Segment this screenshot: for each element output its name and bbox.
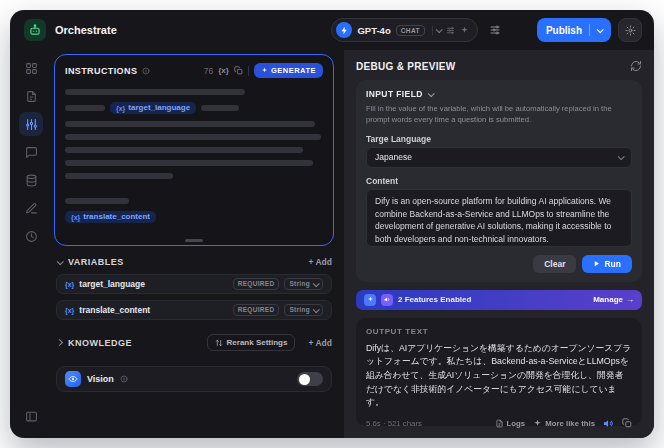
run-label: Run xyxy=(604,259,621,269)
more-like-this-label: More like this xyxy=(545,419,595,428)
features-enabled-bar: 2 Features Enabled Manage → xyxy=(356,290,642,310)
input-field-description: Fill in the value of the variable, which… xyxy=(366,103,632,126)
knowledge-header[interactable]: KNOWLEDGE Rerank Settings + Add xyxy=(56,334,332,351)
arrow-right-icon: → xyxy=(626,295,634,304)
more-like-this-button[interactable]: More like this xyxy=(533,419,595,428)
instructions-title: INSTRUCTIONS xyxy=(65,66,137,76)
chevron-down-icon xyxy=(427,90,434,97)
copy-prompt-button[interactable] xyxy=(234,66,243,75)
copy-output-button[interactable] xyxy=(622,418,632,428)
input-field-card: INPUT FIELD Fill in the value of the var… xyxy=(356,80,642,282)
speaker-icon xyxy=(603,418,614,429)
text-to-speech-button[interactable] xyxy=(603,418,614,429)
chevron-down-icon[interactable] xyxy=(436,26,443,33)
variable-name: target_language xyxy=(128,104,190,112)
toggle-knob xyxy=(299,374,310,385)
inline-variable-translate-content[interactable]: {x} translate_content xyxy=(65,211,156,223)
variables-header[interactable]: VARIABLES + Add xyxy=(56,257,332,267)
settings-button[interactable] xyxy=(618,18,642,42)
input-field-title: INPUT FIELD xyxy=(366,89,423,99)
vision-eye-icon xyxy=(65,371,81,387)
sidebar-item-apps[interactable] xyxy=(19,56,43,80)
prompt-text-skeleton xyxy=(65,198,129,204)
model-selector[interactable]: GPT-4o CHAT xyxy=(331,18,477,42)
variable-row-meta: REQUIRED String xyxy=(233,278,323,290)
sidebar-item-logs[interactable] xyxy=(19,224,43,248)
chevron-right-icon xyxy=(56,340,63,345)
resize-handle[interactable] xyxy=(185,239,203,242)
restart-button[interactable] xyxy=(630,60,642,72)
target-language-value: Japanese xyxy=(375,152,412,162)
variable-icon: {x} xyxy=(65,281,74,288)
clear-button[interactable]: Clear xyxy=(533,255,576,273)
generate-button[interactable]: GENERATE xyxy=(254,63,323,78)
content-label: Content xyxy=(366,176,632,186)
required-badge: REQUIRED xyxy=(233,304,280,316)
model-name: GPT-4o xyxy=(357,25,390,36)
required-badge: REQUIRED xyxy=(233,278,280,290)
add-knowledge-button[interactable]: + Add xyxy=(308,338,332,348)
chevron-down-icon xyxy=(313,280,320,287)
prompt-editor[interactable]: {x} target_language {x} transla xyxy=(65,89,323,223)
type-badge[interactable]: String xyxy=(284,278,323,290)
prompt-text-skeleton xyxy=(65,121,315,127)
left-sidebar xyxy=(10,50,52,438)
rerank-settings-button[interactable]: Rerank Settings xyxy=(207,334,296,351)
model-completion-icon[interactable] xyxy=(460,26,469,35)
prompt-text-skeleton xyxy=(201,105,239,111)
model-params-icon[interactable] xyxy=(446,26,455,35)
debug-preview-panel: DEBUG & PREVIEW INPUT FIELD Fill in the … xyxy=(344,50,654,438)
model-mode-badge: CHAT xyxy=(396,25,425,36)
add-variable-button[interactable]: + Add xyxy=(308,257,332,267)
vision-toggle[interactable] xyxy=(297,372,323,386)
model-toolbar: GPT-4o CHAT xyxy=(331,18,505,42)
inline-variable-target-language[interactable]: {x} target_language xyxy=(110,102,196,114)
variable-name: translate_content xyxy=(83,213,150,221)
variable-name: translate_content xyxy=(79,305,150,315)
prompt-text-skeleton xyxy=(65,89,245,95)
content-textarea[interactable]: Dify is an open-source platform for buil… xyxy=(366,189,632,247)
vision-feature-card: Vision xyxy=(56,366,332,392)
sidebar-item-orchestrate[interactable] xyxy=(19,112,43,136)
app-header: Orchestrate GPT-4o CHAT xyxy=(10,10,654,50)
feature-tts-icon xyxy=(381,294,393,306)
toolbar-divider xyxy=(248,66,249,76)
prompt-text-skeleton xyxy=(65,160,313,166)
insert-variable-button[interactable]: {x} xyxy=(218,66,229,75)
target-language-select[interactable]: Japanese xyxy=(366,147,632,168)
header-actions: Publish xyxy=(537,18,642,42)
debug-title: DEBUG & PREVIEW xyxy=(356,61,456,72)
output-footer: 5.6s · 521 chars Logs More like this xyxy=(366,418,632,429)
orchestrate-column: INSTRUCTIONS 76 {x} xyxy=(52,50,344,438)
prompt-text-skeleton xyxy=(65,134,321,140)
output-text-card: OUTPUT TEXT Difyは、AIアプリケーションを構築するためのオープン… xyxy=(356,318,642,426)
model-config-button[interactable] xyxy=(484,19,506,41)
logs-icon xyxy=(495,419,504,428)
chevron-down-icon xyxy=(618,153,625,160)
play-icon xyxy=(593,260,600,267)
model-pill-tools xyxy=(432,26,469,35)
sidebar-item-knowledge[interactable] xyxy=(19,168,43,192)
knowledge-title: KNOWLEDGE xyxy=(68,338,132,348)
manage-features-button[interactable]: Manage → xyxy=(593,295,634,304)
gear-icon xyxy=(625,25,636,36)
sidebar-item-prompt[interactable] xyxy=(19,84,43,108)
chevron-down-icon xyxy=(597,26,604,33)
sidebar-collapse-button[interactable] xyxy=(19,404,43,428)
variable-icon: {x} xyxy=(65,307,74,314)
char-count: 76 xyxy=(204,66,213,76)
run-button[interactable]: Run xyxy=(582,255,632,273)
debug-header: DEBUG & PREVIEW xyxy=(356,60,642,72)
sidebar-item-chat[interactable] xyxy=(19,140,43,164)
model-provider-icon xyxy=(336,22,352,38)
variable-row-target-language[interactable]: {x} target_language REQUIRED String xyxy=(56,274,332,294)
variable-row-translate-content[interactable]: {x} translate_content REQUIRED String xyxy=(56,300,332,320)
publish-button[interactable]: Publish xyxy=(537,18,611,42)
variable-name: target_language xyxy=(79,279,145,289)
type-badge[interactable]: String xyxy=(284,304,323,316)
target-language-label: Targe Language xyxy=(366,134,632,144)
sidebar-item-annotations[interactable] xyxy=(19,196,43,220)
vision-title: Vision xyxy=(87,374,114,384)
input-field-header[interactable]: INPUT FIELD xyxy=(366,89,632,99)
logs-button[interactable]: Logs xyxy=(495,419,526,428)
